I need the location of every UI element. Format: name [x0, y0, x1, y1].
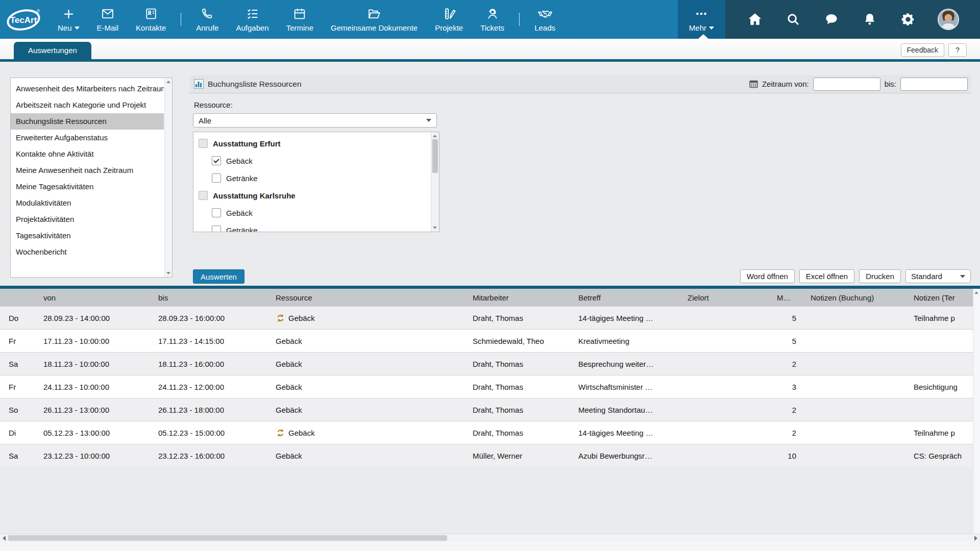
report-item-anwesenheit-mitarbeiter[interactable]: Anwesenheit des Mitarbeiters nach Zeitra… [11, 81, 164, 97]
nav-item-email[interactable]: E-Mail [88, 0, 128, 39]
tab-auswertungen[interactable]: Auswertungen [14, 42, 91, 59]
user-avatar[interactable] [938, 9, 959, 30]
cell-bis: 26.11.23 - 18:00:00 [158, 406, 276, 414]
chevron-down-icon [75, 27, 80, 30]
table-row[interactable]: Fr 17.11.23 - 10:00:00 17.11.23 - 14:15:… [0, 329, 973, 352]
scroll-up-icon[interactable] [166, 81, 170, 83]
nav-item-kontakte[interactable]: Kontakte [127, 0, 175, 39]
scrollbar-thumb[interactable] [432, 139, 438, 173]
table-row[interactable]: Sa 18.11.23 - 10:00:00 18.11.23 - 16:00:… [0, 352, 973, 375]
nav-item-label: Kontakte [136, 23, 166, 32]
checkbox-item-row[interactable]: Getränke [212, 224, 431, 232]
report-item-erweiterter-aufgabenstatus[interactable]: Erweiterter Aufgabenstatus [11, 130, 164, 146]
scroll-up-icon[interactable] [974, 291, 978, 294]
auswerten-button[interactable]: Auswerten [193, 269, 244, 284]
report-item-buchungsliste-ressourcen[interactable]: Buchungsliste Ressourcen [11, 113, 164, 130]
checkbox-item-row[interactable]: Gebäck [212, 207, 431, 219]
zeitraum-von-input[interactable] [814, 78, 880, 90]
item-checkbox-checked[interactable] [212, 156, 221, 165]
nav-item-anrufe[interactable]: Anrufe [187, 0, 227, 39]
cell-ressource: Gebäck [276, 337, 473, 345]
checkbox-group-row[interactable]: Ausstattung Erfurt [199, 137, 431, 149]
excel-open-button[interactable]: Excel öffnen [799, 269, 854, 283]
table-vertical-scrollbar[interactable] [973, 289, 980, 542]
scrollbar-thumb[interactable] [8, 535, 447, 541]
item-checkbox[interactable] [212, 226, 221, 232]
col-betreff[interactable]: Betreff [578, 293, 688, 302]
report-list-scrollbar[interactable] [164, 78, 172, 277]
report-item-kontakte-ohne-aktivitaet[interactable]: Kontakte ohne Aktivität [11, 146, 164, 162]
item-checkbox[interactable] [212, 208, 221, 217]
print-button[interactable]: Drucken [859, 269, 901, 283]
cell-von: 17.11.23 - 10:00:00 [43, 337, 158, 345]
table-row[interactable]: Sa 23.12.23 - 10:00:00 23.12.23 - 16:00:… [0, 444, 973, 467]
col-bis[interactable]: bis [158, 293, 276, 302]
cell-mitarbeiter: Draht, Thomas [473, 406, 578, 414]
cell-von: 23.12.23 - 10:00:00 [43, 452, 158, 460]
nav-item-tickets[interactable]: Tickets [472, 0, 513, 39]
col-ressource[interactable]: Ressource [276, 293, 473, 302]
col-notizen-termin[interactable]: Notizen (Ter [914, 293, 973, 302]
cell-betreff: Azubi Bewerbungsr… [578, 452, 688, 460]
group-checkbox[interactable] [199, 191, 208, 200]
zeitraum-bis-input[interactable] [901, 78, 968, 90]
gear-icon[interactable] [899, 11, 917, 28]
cell-day: Fr [0, 383, 43, 391]
chat-icon[interactable] [823, 11, 840, 28]
checkbox-item-row[interactable]: Gebäck [212, 155, 431, 167]
report-item-modulaktivitaeten[interactable]: Modulaktivitäten [11, 195, 164, 211]
nav-item-projekte[interactable]: Projekte [426, 0, 472, 39]
col-mitarbeiter[interactable]: Mitarbeiter [473, 293, 578, 302]
nav-item-mehr[interactable]: Mehr [678, 0, 725, 39]
checkmark-icon [213, 157, 219, 163]
report-item-meine-tagesaktivitaeten[interactable]: Meine Tagesaktivitäten [11, 179, 164, 195]
group-checkbox[interactable] [199, 139, 208, 148]
horizontal-scrollbar[interactable] [0, 534, 980, 542]
col-notizen-buchung[interactable]: Notizen (Buchung) [811, 293, 914, 302]
item-checkbox[interactable] [212, 173, 221, 183]
help-button[interactable]: ? [948, 43, 967, 57]
col-von[interactable]: von [43, 293, 158, 302]
scroll-left-icon[interactable] [3, 536, 6, 541]
col-menge[interactable]: M… [777, 293, 811, 302]
cell-bis: 18.11.23 - 16:00:00 [158, 360, 276, 368]
bell-icon[interactable] [861, 11, 878, 28]
cell-menge: 5 [777, 337, 811, 345]
scroll-right-icon[interactable] [974, 536, 977, 541]
nav-item-leads[interactable]: Leads [526, 0, 564, 39]
checkbox-item-row[interactable]: Getränke [212, 172, 431, 184]
home-icon[interactable] [746, 11, 764, 28]
template-select[interactable]: Standard [905, 269, 971, 283]
table-row[interactable]: Di 05.12.23 - 13:00:00 05.12.23 - 15:00:… [0, 421, 973, 444]
tecart-logo[interactable]: TecArt ® [0, 0, 49, 39]
cell-menge: 2 [777, 406, 811, 414]
cell-betreff: Wirtschaftsminister … [578, 383, 688, 391]
word-open-button[interactable]: Word öffnen [740, 269, 795, 283]
table-row[interactable]: So 26.11.23 - 13:00:00 26.11.23 - 18:00:… [0, 398, 973, 421]
search-icon[interactable] [785, 11, 802, 28]
nav-right-icons [725, 0, 980, 39]
cell-ressource-text: Gebäck [276, 360, 302, 368]
table-row[interactable]: Do 28.09.23 - 14:00:00 28.09.23 - 16:00:… [0, 306, 973, 329]
nav-item-termine[interactable]: Termine [278, 0, 322, 39]
report-item-arbeitszeit[interactable]: Arbeitszeit nach Kategorie und Projekt [11, 97, 164, 113]
col-zielort[interactable]: Zielort [688, 293, 777, 302]
checkbox-list-inner: Ausstattung Erfurt Gebäck Getränke Ausst… [193, 132, 431, 232]
checkbox-group-row[interactable]: Ausstattung Karlsruhe [199, 189, 431, 202]
checkbox-list-scrollbar[interactable] [431, 132, 439, 232]
report-item-projektaktivitaeten[interactable]: Projektaktivitäten [11, 211, 164, 228]
report-item-wochenbericht[interactable]: Wochenbericht [11, 244, 164, 260]
nav-item-label: E-Mail [97, 23, 119, 32]
nav-item-neu[interactable]: Neu [49, 0, 88, 39]
scroll-down-icon[interactable] [433, 227, 437, 229]
scroll-up-icon[interactable] [433, 135, 437, 137]
nav-item-gemeinsame-dokumente[interactable]: Gemeinsame Dokumente [322, 0, 426, 39]
table-row[interactable]: Fr 24.11.23 - 10:00:00 24.11.23 - 12:00:… [0, 375, 973, 398]
ressource-select[interactable]: Alle [193, 113, 437, 128]
nav-item-aufgaben[interactable]: Aufgaben [227, 0, 277, 39]
report-item-meine-anwesenheit[interactable]: Meine Anwesenheit nach Zeitraum [11, 162, 164, 179]
scroll-down-icon[interactable] [166, 272, 170, 274]
feedback-button[interactable]: Feedback [901, 43, 944, 57]
panel-title: Buchungsliste Ressourcen [208, 80, 302, 89]
report-item-tagesaktivitaeten[interactable]: Tagesaktivitäten [11, 228, 164, 244]
